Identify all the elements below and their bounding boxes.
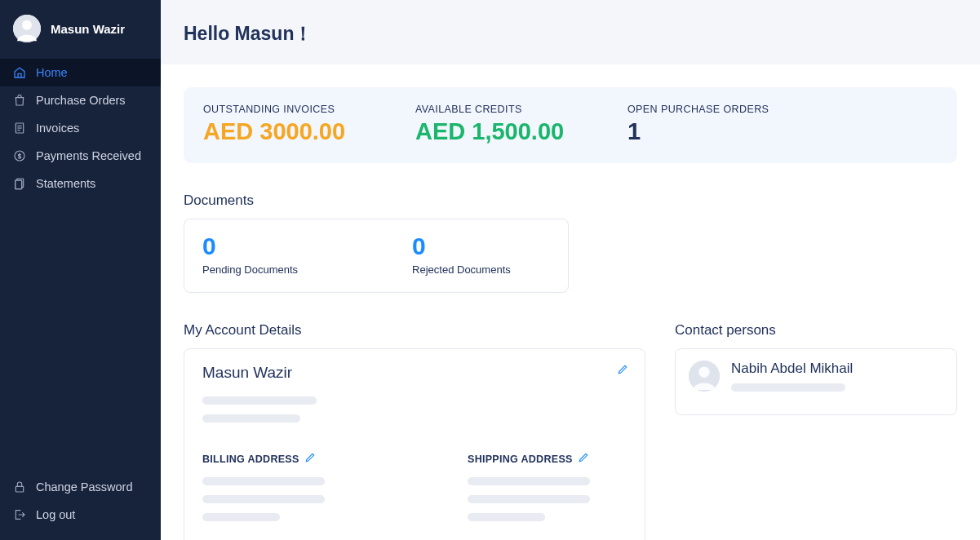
contact-name: Nabih Abdel Mikhail xyxy=(731,361,853,377)
nav-invoices[interactable]: Invoices xyxy=(0,114,161,142)
svg-rect-10 xyxy=(16,486,23,492)
sidebar: Masun Wazir Home Purchase Orders Invoice… xyxy=(0,0,161,540)
stat-available-credits: AVAILABLE CREDITS AED 1,500.00 xyxy=(415,104,579,145)
main-content: Hello Masun！ OUTSTANDING INVOICES AED 30… xyxy=(161,0,980,540)
contact-card: Nabih Abdel Mikhail xyxy=(675,348,957,415)
placeholder-line xyxy=(468,513,545,521)
stat-value: AED 1,500.00 xyxy=(415,118,579,145)
placeholder-line xyxy=(202,477,325,485)
nav-payments-received[interactable]: Payments Received xyxy=(0,142,161,170)
profile-section: Masun Wazir xyxy=(0,0,161,59)
nav-statements[interactable]: Statements xyxy=(0,170,161,197)
billing-address-label: BILLING ADDRESS xyxy=(202,454,299,465)
nav-logout[interactable]: Log out xyxy=(0,501,161,529)
content-area: OUTSTANDING INVOICES AED 3000.00 AVAILAB… xyxy=(161,64,980,540)
documents-section-title: Documents xyxy=(184,193,957,209)
placeholder-line xyxy=(202,495,325,503)
nav-home[interactable]: Home xyxy=(0,59,161,86)
pending-documents: 0 Pending Documents xyxy=(202,234,298,276)
bag-icon xyxy=(13,94,26,107)
edit-shipping-button[interactable] xyxy=(578,452,589,466)
doc-label: Pending Documents xyxy=(202,263,298,276)
account-section-title: My Account Details xyxy=(184,322,645,339)
nav-label: Log out xyxy=(36,508,75,521)
nav-label: Invoices xyxy=(36,122,79,135)
placeholder-line xyxy=(202,513,280,521)
stat-value: 1 xyxy=(627,118,791,145)
placeholder-line xyxy=(468,477,590,485)
billing-address-block: BILLING ADDRESS xyxy=(202,452,361,531)
stat-open-purchase-orders: OPEN PURCHASE ORDERS 1 xyxy=(627,104,791,145)
edit-billing-button[interactable] xyxy=(304,452,316,466)
main-nav: Home Purchase Orders Invoices Payments R… xyxy=(0,59,161,197)
stat-label: AVAILABLE CREDITS xyxy=(415,104,579,115)
nav-label: Home xyxy=(36,66,68,79)
shipping-address-label: SHIPPING ADDRESS xyxy=(468,454,573,465)
contact-avatar xyxy=(689,361,720,392)
placeholder-line xyxy=(731,383,845,392)
edit-account-button[interactable] xyxy=(617,364,628,378)
dollar-icon xyxy=(13,149,26,162)
stat-label: OPEN PURCHASE ORDERS xyxy=(627,104,791,115)
bottom-nav: Change Password Log out xyxy=(0,473,161,540)
doc-label: Rejected Documents xyxy=(412,263,511,276)
shipping-address-block: SHIPPING ADDRESS xyxy=(468,452,627,531)
placeholder-line xyxy=(202,396,317,405)
placeholder-line xyxy=(202,414,300,423)
profile-name: Masun Wazir xyxy=(51,22,125,36)
documents-card: 0 Pending Documents 0 Rejected Documents xyxy=(184,219,569,293)
stat-value: AED 3000.00 xyxy=(203,118,366,145)
account-name: Masun Wazir xyxy=(202,364,627,382)
home-icon xyxy=(13,66,26,79)
logout-icon xyxy=(13,508,26,521)
svg-point-12 xyxy=(698,367,709,378)
doc-value: 0 xyxy=(412,234,511,259)
stat-outstanding-invoices: OUTSTANDING INVOICES AED 3000.00 xyxy=(203,104,366,145)
nav-label: Statements xyxy=(36,177,95,190)
svg-rect-8 xyxy=(16,180,22,189)
stat-label: OUTSTANDING INVOICES xyxy=(203,104,366,115)
page-header: Hello Masun！ xyxy=(161,0,980,64)
nav-label: Purchase Orders xyxy=(36,94,126,107)
nav-label: Change Password xyxy=(36,480,133,494)
nav-label: Payments Received xyxy=(36,149,141,162)
stats-card: OUTSTANDING INVOICES AED 3000.00 AVAILAB… xyxy=(184,87,957,163)
nav-purchase-orders[interactable]: Purchase Orders xyxy=(0,86,161,114)
lock-icon xyxy=(13,480,26,494)
page-title: Hello Masun！ xyxy=(184,21,957,46)
doc-value: 0 xyxy=(202,234,298,259)
profile-avatar xyxy=(13,15,41,42)
contacts-section-title: Contact persons xyxy=(675,322,957,339)
statements-icon xyxy=(13,177,26,190)
nav-change-password[interactable]: Change Password xyxy=(0,473,161,501)
placeholder-line xyxy=(468,495,590,503)
svg-point-1 xyxy=(22,20,32,30)
rejected-documents: 0 Rejected Documents xyxy=(412,234,511,276)
invoice-icon xyxy=(13,122,26,135)
account-card: Masun Wazir BILLING ADDRESS xyxy=(184,348,645,540)
